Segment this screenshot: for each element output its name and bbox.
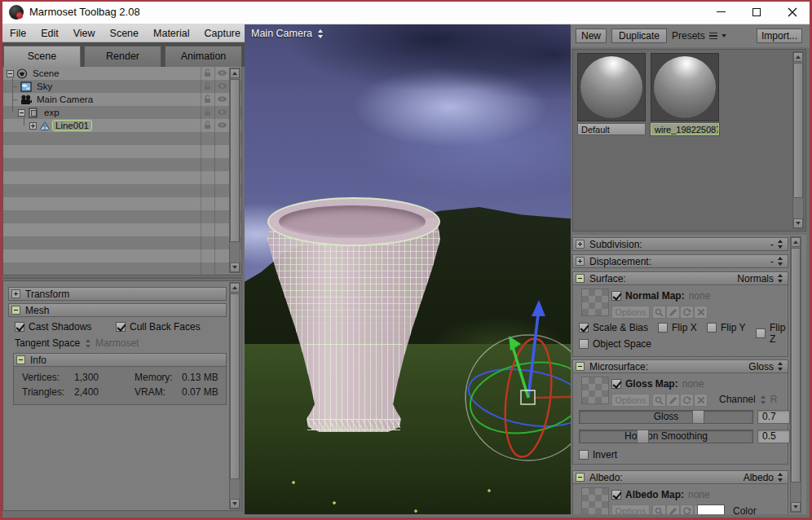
subdivision-section-header[interactable]: Subdivision: - bbox=[572, 237, 788, 251]
albedo-color-swatch[interactable] bbox=[697, 505, 725, 514]
options-button[interactable]: Options bbox=[611, 306, 650, 319]
delete-icon[interactable] bbox=[694, 306, 708, 319]
channel-selector[interactable]: Channel R bbox=[719, 394, 777, 405]
mesh-section-header[interactable]: Mesh bbox=[8, 303, 227, 317]
lock-icon[interactable] bbox=[203, 108, 212, 117]
lock-icon[interactable] bbox=[203, 95, 212, 104]
gloss-map-slot[interactable] bbox=[581, 377, 609, 404]
menu-material[interactable]: Material bbox=[146, 28, 196, 39]
checkbox-icon[interactable] bbox=[579, 339, 589, 349]
eye-icon[interactable] bbox=[217, 95, 227, 104]
edit-icon[interactable] bbox=[666, 505, 680, 514]
tree-row-main-camera[interactable]: Main Camera bbox=[3, 93, 230, 106]
invert-checkbox[interactable]: Invert bbox=[579, 449, 617, 461]
search-icon[interactable] bbox=[652, 505, 666, 514]
checkbox-icon[interactable] bbox=[658, 323, 668, 333]
material-name-selected[interactable]: wire_198225087 bbox=[651, 123, 719, 135]
expand-icon[interactable] bbox=[29, 122, 37, 130]
properties-scrollbar[interactable] bbox=[229, 282, 241, 509]
checkbox-checked-icon[interactable] bbox=[579, 323, 589, 333]
material-name[interactable]: Default bbox=[577, 123, 646, 135]
close-button[interactable] bbox=[776, 0, 809, 24]
scroll-up-icon[interactable] bbox=[230, 68, 240, 78]
scroll-down-icon[interactable] bbox=[793, 218, 803, 228]
albedo-map-checkbox[interactable] bbox=[611, 490, 621, 500]
gloss-value-field[interactable]: 0.7 bbox=[757, 410, 790, 424]
slider-handle[interactable] bbox=[692, 410, 704, 424]
cull-back-faces-checkbox[interactable]: Cull Back Faces bbox=[116, 321, 201, 333]
updown-icon[interactable] bbox=[777, 362, 783, 371]
expand-icon[interactable] bbox=[11, 289, 20, 298]
material-card-default[interactable]: Default bbox=[577, 53, 646, 135]
gizmo-up-axis[interactable] bbox=[528, 315, 538, 398]
checkbox-checked-icon[interactable] bbox=[116, 322, 126, 332]
checkbox-icon[interactable] bbox=[756, 328, 766, 338]
viewport-3d[interactable]: Main Camera bbox=[245, 24, 571, 514]
collapse-icon[interactable] bbox=[7, 70, 14, 77]
maximize-button[interactable] bbox=[740, 0, 773, 24]
updown-icon[interactable] bbox=[317, 29, 324, 38]
updown-icon[interactable] bbox=[85, 339, 91, 348]
eye-icon[interactable] bbox=[217, 68, 227, 77]
eye-icon[interactable] bbox=[217, 82, 227, 90]
normal-map-slot[interactable] bbox=[581, 289, 609, 316]
updown-icon[interactable] bbox=[777, 240, 783, 249]
vase-mesh[interactable] bbox=[267, 197, 440, 435]
gloss-map-checkbox[interactable] bbox=[611, 379, 621, 389]
collapse-icon[interactable] bbox=[576, 473, 585, 482]
tree-row-scene[interactable]: Scene bbox=[3, 67, 230, 80]
tab-scene[interactable]: Scene bbox=[3, 46, 81, 67]
updown-icon[interactable] bbox=[760, 395, 766, 404]
viewport-camera-selector[interactable]: Main Camera bbox=[251, 28, 324, 39]
collapse-icon[interactable] bbox=[16, 355, 25, 364]
menu-view[interactable]: View bbox=[66, 28, 103, 39]
tree-row-sky[interactable]: Sky bbox=[3, 80, 230, 93]
delete-icon[interactable] bbox=[694, 394, 708, 407]
refresh-icon[interactable] bbox=[680, 394, 694, 407]
panel-divider[interactable] bbox=[2, 277, 242, 279]
options-button[interactable]: Options bbox=[611, 394, 650, 407]
scrollbar-thumb[interactable] bbox=[230, 79, 240, 242]
menu-capture[interactable]: Capture bbox=[197, 28, 248, 39]
collapse-icon[interactable] bbox=[18, 109, 25, 117]
material-card-wire[interactable]: wire_198225087 bbox=[651, 53, 719, 135]
refresh-icon[interactable] bbox=[680, 505, 694, 514]
import-material-button[interactable]: Import... bbox=[757, 29, 802, 43]
object-space-checkbox[interactable]: Object Space bbox=[579, 338, 651, 350]
menu-scene[interactable]: Scene bbox=[103, 28, 146, 39]
scroll-up-icon[interactable] bbox=[793, 52, 803, 62]
search-icon[interactable] bbox=[652, 306, 666, 319]
horizon-value-field[interactable]: 0.5 bbox=[757, 430, 790, 443]
checkbox-icon[interactable] bbox=[579, 450, 589, 460]
menu-file[interactable]: File bbox=[2, 28, 33, 39]
options-button[interactable]: Options bbox=[611, 505, 650, 514]
edit-icon[interactable] bbox=[666, 306, 680, 319]
tree-row-exp[interactable]: exp bbox=[3, 106, 230, 119]
updown-icon[interactable] bbox=[777, 473, 783, 482]
eye-icon[interactable] bbox=[217, 121, 227, 130]
gizmo-x-axis[interactable] bbox=[535, 396, 571, 398]
material-thumbnail[interactable] bbox=[651, 53, 719, 121]
material-thumbnail[interactable] bbox=[577, 53, 646, 121]
search-icon[interactable] bbox=[652, 394, 666, 407]
lock-icon[interactable] bbox=[203, 68, 212, 77]
menu-edit[interactable]: Edit bbox=[33, 28, 66, 39]
sections-scrollbar[interactable] bbox=[790, 236, 801, 513]
flip-x-checkbox[interactable]: Flip X bbox=[658, 322, 697, 333]
minimize-button[interactable] bbox=[704, 0, 737, 24]
slider-handle[interactable] bbox=[637, 430, 649, 443]
expand-icon[interactable] bbox=[576, 257, 585, 266]
scroll-up-icon[interactable] bbox=[230, 283, 240, 293]
collapse-icon[interactable] bbox=[576, 274, 585, 283]
transform-section-header[interactable]: Transform bbox=[8, 287, 227, 301]
cast-shadows-checkbox[interactable]: Cast Shadows bbox=[15, 321, 91, 333]
material-browser-scrollbar[interactable] bbox=[792, 51, 804, 229]
tab-animation[interactable]: Animation bbox=[165, 46, 242, 67]
updown-icon[interactable] bbox=[777, 274, 783, 283]
tree-row-line001[interactable]: Line001 bbox=[3, 119, 230, 132]
scroll-down-icon[interactable] bbox=[230, 262, 240, 272]
flip-z-checkbox[interactable]: Flip Z bbox=[756, 322, 788, 345]
surface-section-header[interactable]: Surface: Normals bbox=[572, 271, 788, 285]
tree-scrollbar[interactable] bbox=[229, 68, 241, 273]
tangent-space-selector[interactable]: Tangent Space Marmoset bbox=[15, 337, 139, 349]
